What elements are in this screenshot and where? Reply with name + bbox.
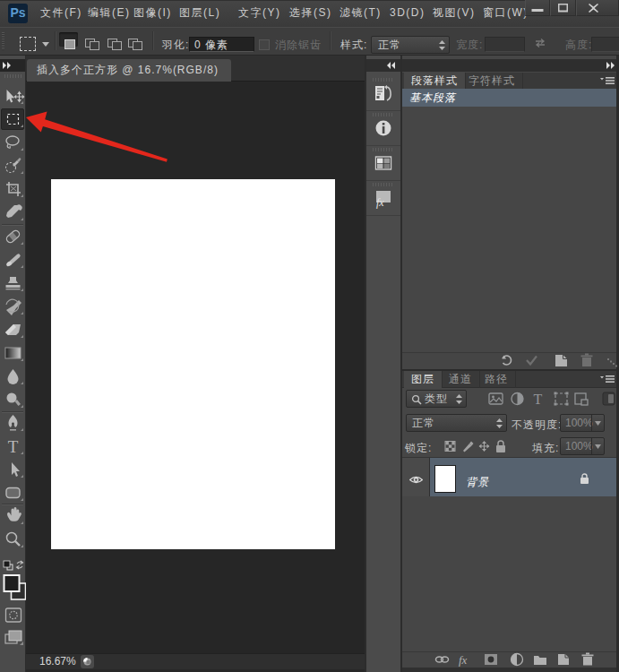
svg-text:fx: fx bbox=[376, 196, 384, 209]
svg-text:T: T bbox=[8, 437, 19, 456]
svg-text:T: T bbox=[534, 392, 543, 407]
svg-text:fx: fx bbox=[459, 653, 468, 667]
